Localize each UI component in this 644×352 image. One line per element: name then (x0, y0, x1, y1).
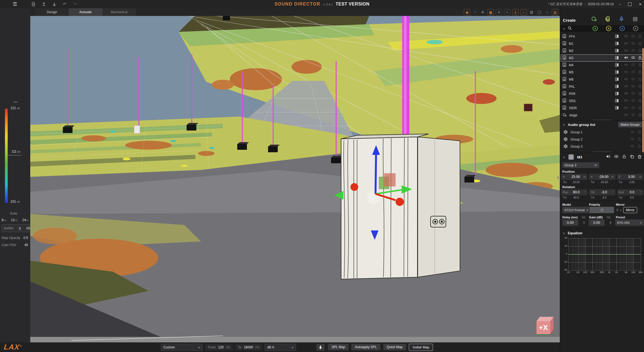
filter-mics-radio[interactable] (620, 26, 625, 31)
visibility-icon[interactable] (631, 113, 635, 117)
chevron-down-icon[interactable]: ∨ (563, 232, 565, 235)
visibility-icon[interactable] (631, 84, 635, 89)
delay-input[interactable]: 0.00 (562, 219, 578, 226)
visibility-icon[interactable] (631, 77, 635, 82)
speaker-list-item[interactable]: M1 (561, 40, 644, 47)
mode-tab[interactable]: Design (35, 8, 69, 16)
lock-icon[interactable] (638, 56, 642, 60)
selected-cabinet[interactable] (341, 134, 460, 279)
export-icon[interactable] (52, 2, 57, 7)
isosm-value[interactable]: 3 (19, 226, 21, 230)
rotation-field[interactable]: Roll0.0° (617, 189, 643, 195)
menu-icon[interactable]: ☰ (13, 1, 17, 7)
lock-icon[interactable] (637, 144, 641, 149)
mute-icon[interactable] (624, 92, 628, 96)
mirror-button[interactable]: Mirror (623, 207, 637, 213)
visibility-icon[interactable] (631, 49, 635, 53)
speaker-list-item[interactable]: M4 (561, 62, 644, 69)
weighting-select[interactable]: dB A ∨ (265, 344, 296, 351)
rotation-field[interactable]: Tilt-3.0° (589, 189, 615, 195)
freq-from-input[interactable]: From 120 Hz (205, 344, 233, 351)
position-field[interactable]: Z3.00m (617, 174, 643, 180)
cabinet-icon[interactable] (615, 77, 619, 82)
search-icon[interactable] (568, 26, 572, 31)
gizmo-handle-red[interactable] (350, 183, 358, 191)
create-list-icon[interactable] (632, 16, 638, 23)
filter-other-radio[interactable] (633, 26, 638, 31)
mute-icon[interactable] (624, 70, 628, 75)
visibility-icon[interactable] (631, 63, 635, 67)
response-icon[interactable]: ◔ (472, 9, 478, 15)
position-field[interactable]: Y-29.00m (589, 174, 615, 180)
lock-icon[interactable] (638, 63, 642, 67)
create-object-icon[interactable] (591, 16, 597, 23)
grid-icon[interactable]: ▦ (487, 9, 494, 15)
unlock-icon[interactable] (622, 155, 626, 160)
mute-icon[interactable] (624, 63, 628, 67)
lock-icon[interactable] (638, 99, 642, 103)
lock-icon[interactable] (638, 113, 642, 117)
cabinet-icon[interactable] (615, 99, 619, 103)
group-list-item[interactable]: Group 1 (561, 129, 644, 136)
create-mic-icon[interactable] (618, 16, 624, 23)
chevron-down-icon[interactable]: ∨ (563, 27, 565, 31)
visibility-icon[interactable] (631, 34, 635, 39)
gain-input[interactable]: 0.00 (589, 219, 605, 226)
visibility-icon[interactable] (614, 155, 619, 160)
speaker-list-item[interactable]: M3 (561, 54, 644, 62)
mode-tab[interactable]: Mechanical (102, 8, 136, 16)
panel-collapse-handle[interactable] (557, 176, 559, 179)
lock-icon[interactable] (638, 42, 642, 46)
cabinet-icon[interactable] (615, 84, 619, 89)
visibility-icon[interactable] (630, 137, 634, 142)
visibility-icon[interactable] (630, 130, 634, 134)
filter-speakers-radio[interactable] (606, 26, 611, 31)
range-preset-select[interactable]: Custom ∨ (161, 344, 203, 351)
freq-to-input[interactable]: To 16000 Hz (235, 344, 262, 351)
db-step[interactable]: 6dB (2, 218, 6, 222)
viewport-3d[interactable]: +X (30, 16, 560, 342)
redo-icon[interactable]: ↷ (73, 2, 78, 7)
minimize-button[interactable]: – (619, 2, 621, 6)
axes-icon[interactable]: ✕ (496, 9, 502, 15)
visibility-icon[interactable] (631, 56, 635, 60)
search-bar[interactable]: ∨ (560, 25, 644, 32)
import-icon[interactable] (41, 2, 46, 7)
cabinet-icon[interactable] (615, 70, 619, 75)
position-field[interactable]: X23.00m (561, 174, 587, 180)
cabinet-icon[interactable] (615, 49, 619, 53)
mirror-axis-select[interactable]: X∨ (616, 208, 622, 212)
nav-cube[interactable]: +X (536, 317, 553, 334)
visibility-icon[interactable] (631, 92, 635, 96)
matrix-groups-button[interactable]: Matrix Groups (618, 122, 642, 127)
map-button[interactable]: SPL Map (328, 344, 349, 350)
db-step[interactable]: 24dB (22, 218, 29, 222)
speaker-list-item[interactable]: SIDR (561, 105, 644, 112)
lock-icon[interactable] (638, 106, 642, 110)
gizmo-z-axis[interactable] (376, 154, 376, 194)
sphere-icon[interactable]: ◯ (536, 9, 542, 15)
package-icon[interactable]: ▧ (529, 9, 535, 15)
new-file-icon[interactable] (31, 2, 36, 7)
mute-icon[interactable] (606, 155, 610, 160)
cabinet-icon[interactable] (615, 42, 619, 46)
map-button[interactable]: Quick Map (383, 344, 406, 350)
chevron-down-icon[interactable]: ∨ (563, 123, 565, 127)
lock-icon[interactable] (637, 130, 641, 134)
lock-icon[interactable] (637, 137, 641, 142)
preset-select[interactable]: H70-V50∨ (615, 219, 644, 226)
paint-map-button[interactable] (316, 344, 325, 351)
speaker-list-item[interactable]: M2 (561, 47, 644, 54)
spl-color-scale[interactable] (5, 109, 8, 203)
remove-group-icon[interactable]: ✕ (594, 163, 597, 167)
globe-icon[interactable]: ⊕ (480, 9, 486, 15)
mute-icon[interactable] (624, 99, 628, 103)
map-button[interactable]: Isobar Map (409, 344, 433, 351)
speaker-list-item[interactable]: M6 (561, 76, 644, 83)
visibility-icon[interactable] (631, 106, 635, 110)
speaker-list-item[interactable]: PAL (561, 83, 644, 90)
lock-icon[interactable] (638, 70, 642, 75)
undo-icon[interactable]: ↶ (62, 2, 67, 7)
visibility-icon[interactable] (630, 144, 634, 149)
speaker-list-item[interactable]: stage (561, 112, 644, 119)
